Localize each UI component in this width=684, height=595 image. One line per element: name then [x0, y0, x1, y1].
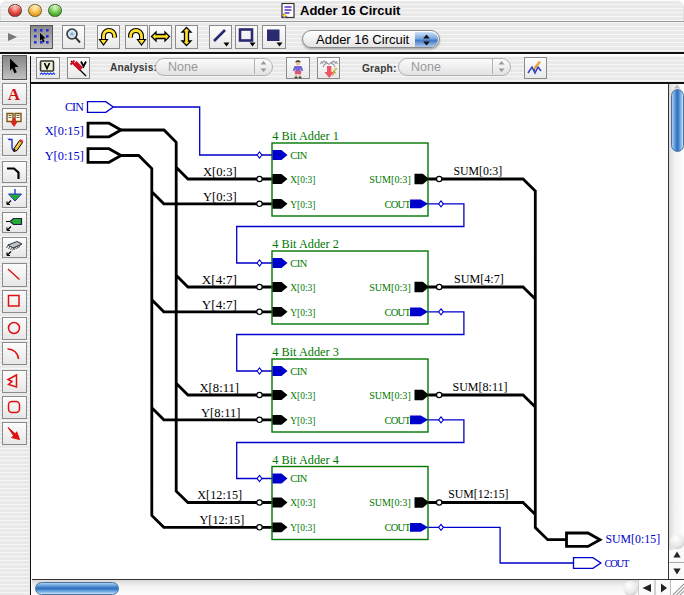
- svg-text:SUM[0:3]: SUM[0:3]: [369, 282, 411, 293]
- svg-text:SUM[8:11]: SUM[8:11]: [452, 380, 507, 394]
- svg-text:COUT: COUT: [384, 199, 411, 210]
- svg-text:X[0:3]: X[0:3]: [202, 165, 236, 179]
- svg-text:COUT: COUT: [384, 307, 411, 318]
- svg-text:X[0:3]: X[0:3]: [290, 497, 315, 508]
- svg-text:CIN: CIN: [290, 258, 308, 269]
- svg-text:X[12:15]: X[12:15]: [197, 488, 242, 502]
- svg-text:X[4:7]: X[4:7]: [201, 273, 236, 287]
- svg-text:COUT: COUT: [604, 558, 629, 569]
- svg-text:Y[0:3]: Y[0:3]: [290, 522, 315, 533]
- svg-text:4 Bit Adder 1: 4 Bit Adder 1: [272, 128, 339, 143]
- svg-text:Y[0:3]: Y[0:3]: [290, 199, 315, 210]
- svg-text:CIN: CIN: [290, 473, 308, 484]
- svg-text:SUM[12:15]: SUM[12:15]: [448, 487, 508, 501]
- svg-text:SUM[0:15]: SUM[0:15]: [605, 532, 660, 546]
- svg-text:COUT: COUT: [384, 415, 411, 426]
- svg-text:Y[0:3]: Y[0:3]: [290, 415, 315, 426]
- svg-text:SUM[4:7]: SUM[4:7]: [454, 272, 504, 286]
- svg-text:Y[0:3]: Y[0:3]: [290, 307, 315, 318]
- svg-text:Y[0:15]: Y[0:15]: [44, 149, 83, 163]
- svg-text:SUM[0:3]: SUM[0:3]: [369, 174, 411, 185]
- svg-text:4 Bit Adder 4: 4 Bit Adder 4: [272, 452, 339, 467]
- svg-text:X[0:3]: X[0:3]: [290, 390, 315, 401]
- svg-text:SUM[0:3]: SUM[0:3]: [369, 497, 411, 508]
- svg-text:Y[4:7]: Y[4:7]: [201, 298, 236, 312]
- svg-text:4 Bit Adder 3: 4 Bit Adder 3: [272, 344, 339, 359]
- svg-text:SUM[0:3]: SUM[0:3]: [369, 390, 411, 401]
- svg-text:Y[12:15]: Y[12:15]: [199, 513, 244, 527]
- svg-text:4 Bit Adder 2: 4 Bit Adder 2: [272, 236, 339, 251]
- svg-text:SUM[0:3]: SUM[0:3]: [453, 164, 502, 178]
- svg-text:Y[8:11]: Y[8:11]: [201, 406, 241, 420]
- svg-text:COUT: COUT: [384, 522, 411, 533]
- svg-text:X[0:3]: X[0:3]: [290, 174, 315, 185]
- svg-text:X[0:15]: X[0:15]: [44, 124, 83, 138]
- svg-text:Y[0:3]: Y[0:3]: [202, 190, 236, 204]
- svg-text:X[0:3]: X[0:3]: [290, 282, 315, 293]
- svg-text:CIN: CIN: [65, 100, 84, 114]
- svg-text:CIN: CIN: [290, 150, 308, 161]
- svg-text:A: A: [8, 85, 21, 104]
- svg-text:CIN: CIN: [290, 366, 308, 377]
- svg-text:X[8:11]: X[8:11]: [199, 381, 239, 395]
